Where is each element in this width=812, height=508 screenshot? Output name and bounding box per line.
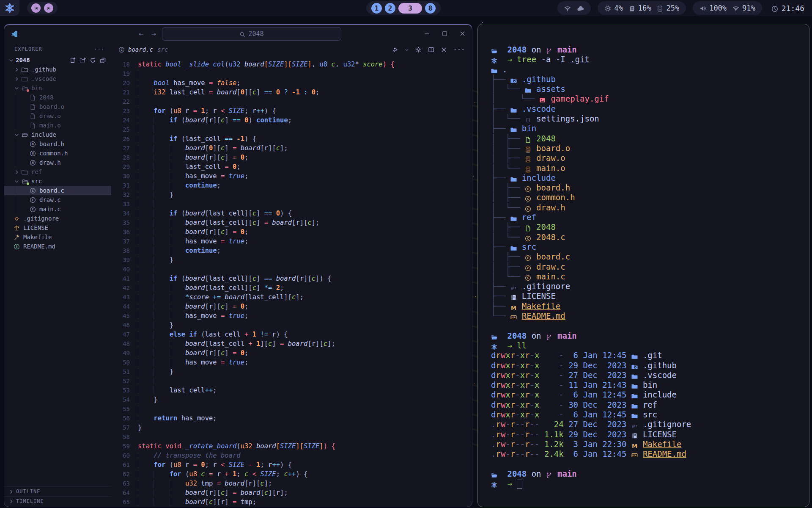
sidebar-section-timeline[interactable]: TIMELINE <box>4 496 111 506</box>
close-button[interactable] <box>441 46 447 53</box>
media-prev-button[interactable] <box>31 3 41 13</box>
explorer-item-README.md[interactable]: README.md <box>4 242 111 251</box>
explorer-item-LICENSE[interactable]: LICENSE <box>4 223 111 232</box>
code-token: tmp <box>201 480 217 487</box>
tab-filename[interactable]: board.c <box>128 46 153 53</box>
nav-back-button[interactable]: ← <box>139 29 143 38</box>
code-token: ][ <box>284 61 292 68</box>
explorer-item-bin[interactable]: bin <box>4 83 111 93</box>
code-token: ) { <box>276 331 288 338</box>
explorer-item-common.h[interactable]: Hcommon.h <box>4 149 111 158</box>
media-next-button[interactable] <box>44 3 53 13</box>
explorer-item-board.h[interactable]: Hboard.h <box>4 139 111 149</box>
chev-down-sm-button[interactable] <box>405 46 409 53</box>
code-token: ][ <box>268 489 276 497</box>
file-icon <box>525 223 536 233</box>
window-close-button[interactable] <box>458 30 466 37</box>
terminal-token <box>626 410 631 419</box>
terminal-token: Makefile <box>643 439 682 449</box>
code-token: ) { <box>280 210 292 217</box>
folder-icon <box>491 66 502 75</box>
disk-value: 25% <box>666 4 679 12</box>
line-number: 33 <box>111 199 138 209</box>
collapse-all-button[interactable] <box>100 57 106 64</box>
explorer-root-folder[interactable]: 2048 <box>4 55 111 65</box>
cfile-icon: C <box>29 206 36 213</box>
explorer-item-include[interactable]: include <box>4 130 111 139</box>
window-maximize-button[interactable] <box>441 30 448 37</box>
explorer-more-button[interactable]: ··· <box>94 46 104 52</box>
item-label: bin <box>31 85 42 91</box>
code-line-33: 33 <box>111 199 472 209</box>
explorer-item-board.c[interactable]: Cboard.c <box>4 186 111 195</box>
explorer-item-board.o[interactable]: board.o <box>4 102 111 111</box>
code-token <box>154 368 169 375</box>
nav-forward-button[interactable]: → <box>151 29 156 38</box>
split-editor-button[interactable] <box>428 46 434 53</box>
folder-open-icon <box>491 470 502 480</box>
terminal-token: - <box>515 380 520 389</box>
code-token: ( <box>236 442 240 450</box>
code-token: ) { <box>296 470 307 478</box>
code-line-55: 55 <box>111 404 472 414</box>
explorer-item-src[interactable]: src <box>4 177 111 186</box>
nix-launcher-button[interactable] <box>0 0 19 16</box>
new-file-button[interactable] <box>69 57 76 64</box>
explorer-item-Makefile[interactable]: Makefile <box>4 232 111 242</box>
code-token: = <box>221 172 229 180</box>
explorer-item-main.o[interactable]: main.o <box>4 121 111 130</box>
explorer-item-2048[interactable]: 2048 <box>4 93 111 102</box>
code-token: ( <box>170 461 173 469</box>
code-token: 0 <box>241 349 244 357</box>
explorer-item-draw.o[interactable]: draw.o <box>4 111 111 121</box>
sidebar-section-outline[interactable]: OUTLINE <box>4 486 111 496</box>
terminal-token: x <box>535 390 539 399</box>
terminal-token: -- <box>515 449 525 458</box>
code-token: ; <box>244 349 248 357</box>
folder-open-icon <box>21 131 28 138</box>
explorer-item-ref[interactable]: ref <box>4 167 111 177</box>
code-token: ) { <box>280 461 292 469</box>
workspace-8[interactable]: 8 <box>425 3 436 14</box>
terminal-token: - <box>505 439 510 449</box>
code-token: ] <box>225 144 233 152</box>
explorer-item-main.c[interactable]: Cmain.c <box>4 204 111 214</box>
terminal-token: Makefile <box>522 301 561 311</box>
explorer-item-draw.c[interactable]: Cdraw.c <box>4 195 111 204</box>
code-token: c <box>221 489 225 497</box>
run-button[interactable] <box>392 46 398 53</box>
folder-icon <box>631 411 643 420</box>
workspace-3-active[interactable]: 3 <box>398 3 422 14</box>
chevron-right-icon <box>8 499 14 504</box>
explorer-item-.vscode[interactable]: .vscode <box>4 74 111 83</box>
workspace-1[interactable]: 1 <box>371 3 382 14</box>
explorer-item-.gitignore[interactable]: .gitignore <box>4 214 111 223</box>
new-folder-button[interactable] <box>80 57 86 64</box>
code-token: ; <box>280 284 284 292</box>
terminal-token: r <box>510 420 515 429</box>
workspace-2[interactable]: 2 <box>385 3 395 14</box>
code-token: r <box>272 331 276 338</box>
explorer-item-draw.h[interactable]: Hdraw.h <box>4 158 111 167</box>
terminal-content[interactable]: 2048 on main → tree -a -I .git.├── .gith… <box>491 45 806 504</box>
line-number: 56 <box>111 414 138 423</box>
item-label: README.md <box>23 243 55 250</box>
explorer-item-.github[interactable]: .github <box>4 65 111 74</box>
terminal-token: 27 Dec 2023 <box>568 370 626 380</box>
scales-icon <box>13 224 20 231</box>
terminal-token: d <box>491 410 496 419</box>
terminal-token: assets <box>536 84 565 94</box>
window-minimize-button[interactable] <box>423 30 431 37</box>
code-line-18: 18static bool _slide_col(u32 board[SIZE]… <box>111 60 472 69</box>
terminal-token: include <box>643 390 677 399</box>
code-token: [ <box>205 219 209 226</box>
more-button[interactable]: ··· <box>453 46 465 53</box>
code-token <box>154 349 169 357</box>
refresh-button[interactable] <box>90 57 96 64</box>
folder-icon <box>21 66 28 73</box>
code-editor[interactable]: 18static bool _slide_col(u32 board[SIZE]… <box>111 60 472 507</box>
gear-button[interactable] <box>415 46 422 53</box>
command-center-search[interactable]: 2048 <box>162 27 341 41</box>
terminal-line: drwxr-xr-x - 6 Jan 12:45 include <box>491 390 806 400</box>
code-token: r <box>300 275 304 282</box>
